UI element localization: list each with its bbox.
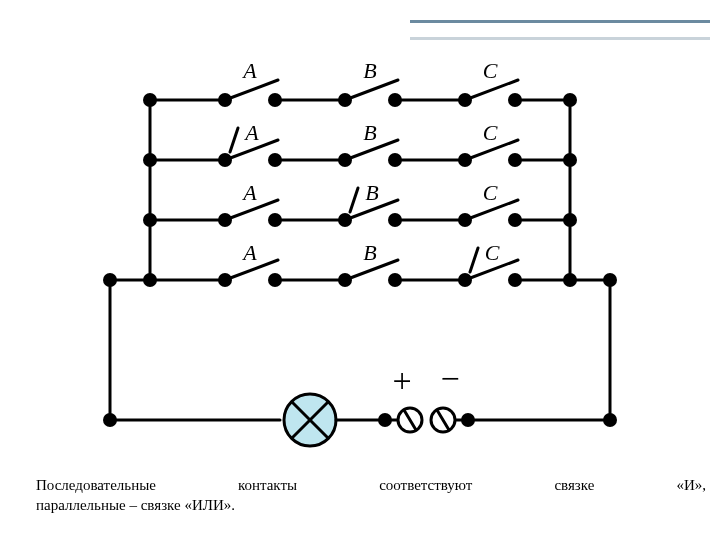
svg-point-84 — [603, 413, 617, 427]
svg-point-75 — [268, 273, 282, 287]
svg-point-80 — [563, 273, 577, 287]
svg-point-83 — [103, 413, 117, 427]
svg-line-30 — [470, 248, 478, 272]
svg-line-29 — [350, 188, 358, 212]
caption-word: «И», — [676, 475, 706, 495]
svg-point-55 — [508, 93, 522, 107]
svg-point-82 — [603, 273, 617, 287]
switch-label: B — [363, 120, 376, 145]
svg-point-51 — [268, 93, 282, 107]
svg-point-64 — [563, 153, 577, 167]
switch-label: A — [241, 180, 257, 205]
svg-point-60 — [338, 153, 352, 167]
svg-point-56 — [563, 93, 577, 107]
svg-point-68 — [338, 213, 352, 227]
switch-label: C — [483, 58, 498, 83]
svg-point-61 — [388, 153, 402, 167]
switch-label: B — [363, 240, 376, 265]
svg-point-62 — [458, 153, 472, 167]
svg-point-78 — [458, 273, 472, 287]
svg-point-65 — [143, 213, 157, 227]
svg-point-52 — [338, 93, 352, 107]
svg-point-74 — [218, 273, 232, 287]
switch-label: C — [483, 120, 498, 145]
svg-line-28 — [230, 128, 238, 152]
svg-point-53 — [388, 93, 402, 107]
caption-word: контакты — [238, 475, 297, 495]
circuit-diagram: A B C A B C A B C A B C + − — [0, 0, 720, 470]
svg-point-54 — [458, 93, 472, 107]
caption-word: связке — [554, 475, 594, 495]
svg-point-59 — [268, 153, 282, 167]
svg-point-72 — [563, 213, 577, 227]
caption-line2: параллельные – связке «ИЛИ». — [36, 495, 706, 515]
svg-point-77 — [388, 273, 402, 287]
caption-text: Последовательные контакты соответствуют … — [36, 475, 706, 516]
svg-point-85 — [378, 413, 392, 427]
switch-label: C — [483, 180, 498, 205]
switch-label: B — [365, 180, 378, 205]
switch-label: A — [241, 240, 257, 265]
svg-point-86 — [461, 413, 475, 427]
svg-point-50 — [218, 93, 232, 107]
svg-point-66 — [218, 213, 232, 227]
svg-point-76 — [338, 273, 352, 287]
svg-point-49 — [143, 93, 157, 107]
switch-label: B — [363, 58, 376, 83]
caption-word: Последовательные — [36, 475, 156, 495]
svg-point-57 — [143, 153, 157, 167]
plus-sign: + — [392, 362, 411, 399]
svg-point-73 — [143, 273, 157, 287]
svg-point-71 — [508, 213, 522, 227]
svg-point-70 — [458, 213, 472, 227]
svg-point-58 — [218, 153, 232, 167]
header-decoration — [410, 20, 710, 40]
minus-sign: − — [440, 360, 459, 397]
switch-label: C — [485, 240, 500, 265]
svg-point-63 — [508, 153, 522, 167]
svg-point-81 — [103, 273, 117, 287]
svg-point-79 — [508, 273, 522, 287]
svg-point-69 — [388, 213, 402, 227]
switch-label: A — [241, 58, 257, 83]
caption-word: соответствуют — [379, 475, 472, 495]
switch-label: A — [243, 120, 259, 145]
svg-point-67 — [268, 213, 282, 227]
